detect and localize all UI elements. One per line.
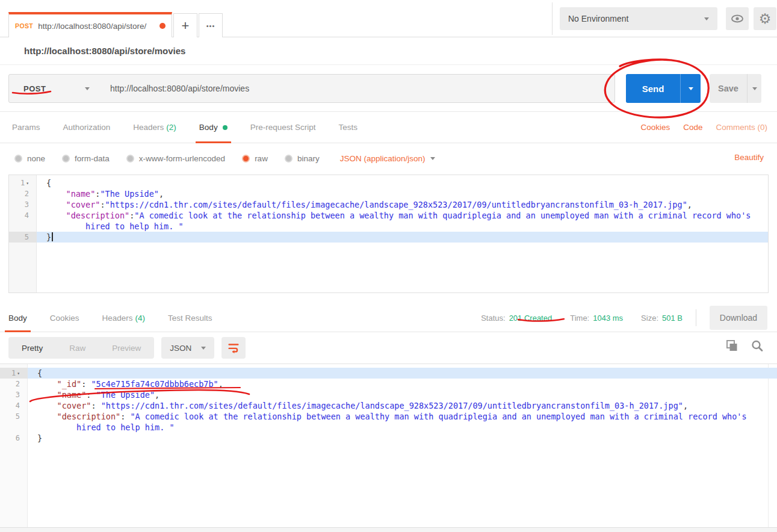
code-line[interactable]: hired to help him. " [9, 221, 768, 232]
header-bar: POST http://localhost:8080/api/store/ + … [0, 0, 777, 37]
code-line[interactable]: 1▾{ [0, 368, 777, 379]
response-headers-count-badge: (4) [135, 314, 146, 323]
response-tab-cookies[interactable]: Cookies [50, 304, 79, 332]
tab-headers[interactable]: Headers(2) [133, 112, 176, 143]
settings-button[interactable]: ⚙ [754, 7, 776, 30]
code-line[interactable]: 4 "cover": "https://cdn1.thr.com/sites/d… [0, 400, 777, 411]
response-meta-bar: Body Cookies Headers(4) Test Results Sta… [0, 304, 777, 332]
request-body-editor[interactable]: 1▾{2 "name":"The Upside",3 "cover":"http… [8, 175, 769, 293]
tab-pre-request-script[interactable]: Pre-request Script [250, 112, 316, 143]
code-link[interactable]: Code [683, 123, 702, 132]
response-tab-body[interactable]: Body [8, 304, 27, 332]
response-body-editor[interactable]: 1▾{2 "_id": "5c4e715fa74c07dbbb6ecb7b",3… [0, 363, 777, 527]
request-title-row: http://localhost:8080/api/store/movies [0, 37, 777, 65]
comments-link[interactable]: Comments (0) [716, 123, 767, 132]
cookies-link[interactable]: Cookies [640, 123, 670, 132]
chevron-down-icon [430, 157, 435, 160]
view-switcher: Pretty Raw Preview [8, 337, 154, 359]
response-tab-headers[interactable]: Headers(4) [102, 304, 146, 332]
send-button[interactable]: Send [626, 74, 680, 103]
size-label: Size: [641, 314, 658, 323]
status-label: Status: [481, 314, 505, 323]
request-tab[interactable]: POST http://localhost:8080/api/store/ [8, 12, 172, 37]
view-pretty[interactable]: Pretty [8, 344, 56, 353]
copy-icon[interactable] [725, 339, 738, 353]
content-type-label: JSON (application/json) [340, 154, 426, 163]
plus-icon: + [182, 18, 190, 34]
save-label: Save [718, 84, 738, 93]
tab-url-label: http://localhost:8080/api/store/ [38, 22, 155, 31]
body-edited-dot-icon [223, 125, 228, 130]
method-selector[interactable]: POST [8, 74, 100, 103]
size-value: 501 B [662, 314, 683, 323]
response-tab-test-results[interactable]: Test Results [168, 304, 212, 332]
time-label: Time: [570, 314, 589, 323]
code-line[interactable]: 3 "name": "The Upside", [0, 389, 777, 400]
chevron-down-icon [201, 347, 206, 350]
radio-icon [126, 155, 134, 162]
code-line[interactable]: 2 "_id": "5c4e715fa74c07dbbb6ecb7b", [0, 379, 777, 389]
time-value: 1043 ms [593, 314, 623, 323]
wrap-text-icon [227, 341, 240, 354]
environment-label: No Environment [568, 14, 628, 23]
download-button[interactable]: Download [710, 306, 767, 330]
response-language-selector[interactable]: JSON [161, 337, 214, 359]
wrap-lines-button[interactable] [221, 337, 246, 359]
gear-icon: ⚙ [759, 11, 772, 27]
code-line[interactable]: 4 "description":"A comedic look at the r… [9, 210, 768, 221]
save-button[interactable]: Save [710, 74, 747, 103]
radio-none[interactable]: none [14, 154, 45, 163]
tab-options-button[interactable]: ••• [199, 13, 223, 37]
send-options-button[interactable] [680, 74, 701, 103]
beautify-link[interactable]: Beautify [734, 153, 764, 162]
tab-params[interactable]: Params [12, 112, 40, 143]
code-line[interactable]: 5 "description": "A comedic look at the … [0, 411, 777, 422]
chevron-down-icon [85, 87, 90, 90]
new-tab-button[interactable]: + [173, 13, 197, 37]
radio-form-data[interactable]: form-data [62, 154, 110, 163]
status-strip [0, 527, 777, 532]
content-type-selector[interactable]: JSON (application/json) [340, 154, 436, 163]
code-line[interactable]: 6} [0, 433, 777, 444]
url-value: http://localhost:8080/api/store/movies [110, 84, 249, 93]
request-tabs-bar: Params Authorization Headers(2) Body Pre… [0, 112, 777, 143]
url-input[interactable]: http://localhost:8080/api/store/movies [99, 74, 615, 103]
code-line[interactable]: 5} [9, 232, 768, 243]
code-line[interactable]: 1▾{ [9, 178, 768, 188]
radio-raw[interactable]: raw [242, 154, 268, 163]
code-line[interactable]: hired to help him. " [0, 422, 777, 433]
meta-divider [696, 309, 696, 326]
headers-count-badge: (2) [166, 123, 176, 132]
method-label: POST [23, 84, 46, 93]
save-options-button[interactable] [747, 74, 761, 103]
language-label: JSON [170, 344, 191, 353]
more-icon: ••• [206, 22, 215, 29]
view-preview[interactable]: Preview [99, 344, 154, 353]
radio-icon [62, 155, 70, 162]
body-type-bar: none form-data x-www-form-urlencoded raw… [0, 143, 777, 173]
environment-selector[interactable]: No Environment [560, 7, 717, 30]
chevron-down-icon [689, 87, 693, 90]
view-raw[interactable]: Raw [56, 344, 99, 353]
radio-binary[interactable]: binary [285, 154, 320, 163]
tab-body[interactable]: Body [199, 112, 228, 143]
tab-tests[interactable]: Tests [338, 112, 358, 143]
code-line[interactable]: 3 "cover":"https://cdn1.thr.com/sites/de… [9, 199, 768, 210]
status-badge: 201 Created [509, 314, 553, 323]
search-icon[interactable] [751, 339, 764, 353]
request-title: http://localhost:8080/api/store/movies [24, 46, 185, 56]
postman-app: POST http://localhost:8080/api/store/ + … [0, 0, 777, 532]
code-line[interactable]: 2 "name":"The Upside", [9, 188, 768, 199]
request-builder: POST http://localhost:8080/api/store/mov… [0, 65, 777, 112]
radio-icon [14, 155, 22, 162]
response-view-toolbar: Pretty Raw Preview JSON [0, 332, 777, 363]
radio-selected-icon [242, 155, 250, 162]
unsaved-changes-dot-icon [159, 23, 166, 29]
chevron-down-icon [752, 87, 757, 90]
environment-quick-look-button[interactable] [726, 7, 749, 30]
radio-icon [285, 155, 293, 162]
radio-x-www-form-urlencoded[interactable]: x-www-form-urlencoded [126, 154, 225, 163]
header-divider [552, 2, 553, 35]
tab-authorization[interactable]: Authorization [63, 112, 111, 143]
tab-method-badge: POST [15, 22, 33, 29]
